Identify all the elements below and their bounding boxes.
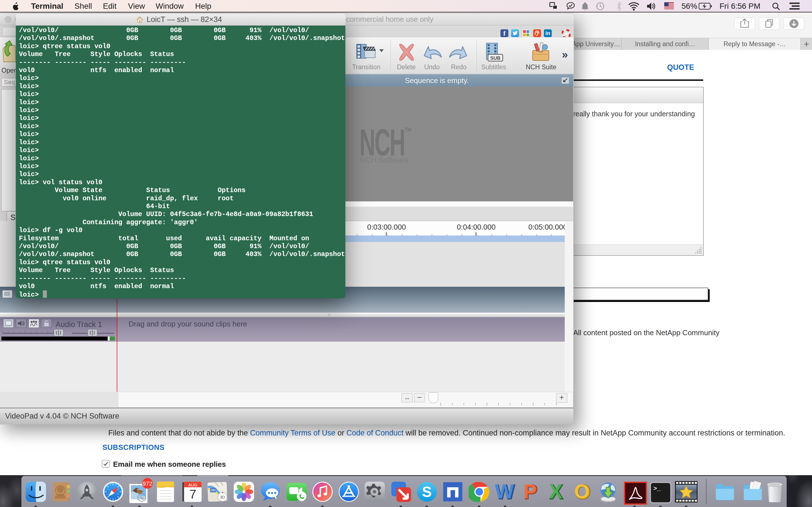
svg-text:AUG: AUG [188,483,198,487]
svg-text:SUB: SUB [490,55,500,61]
svg-text:>_: >_ [653,485,661,492]
svg-text:972: 972 [142,480,152,487]
svg-text:3D: 3D [220,495,225,499]
svg-text:280: 280 [211,489,216,492]
svg-text:W: W [495,481,514,503]
svg-text:S: S [422,484,432,500]
svg-text:7: 7 [190,487,196,501]
svg-text:O: O [574,481,590,503]
svg-text:P: P [523,481,537,503]
svg-text:X: X [549,481,562,503]
